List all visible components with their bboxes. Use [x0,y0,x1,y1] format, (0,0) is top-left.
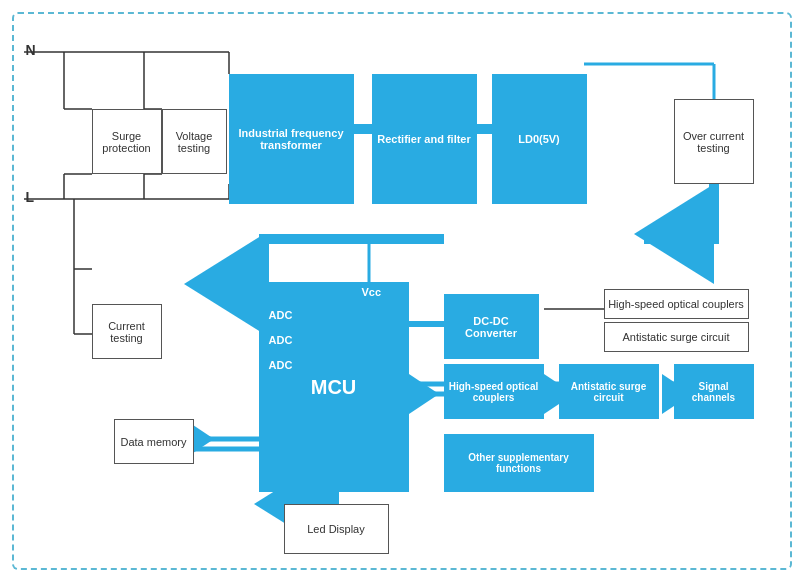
led-display-box: Led Display [284,504,389,554]
adc1-label: ADC [269,309,293,321]
antistatic-mid-box: Antistatic surge circuit [559,364,659,419]
n-label: N [26,42,36,58]
adc3-label: ADC [269,359,293,371]
antistatic-top-box: Antistatic surge circuit [604,322,749,352]
vcc-label: Vcc [359,286,385,298]
diagram-container: N L Surge protection Voltage testing Ind… [12,12,792,570]
ldo-box: LD0(5V) [492,74,587,204]
adc2-label: ADC [269,334,293,346]
hs-couplers-mid-box: High-speed optical couplers [444,364,544,419]
rectifier-filter-box: Rectifier and filter [372,74,477,204]
industrial-transformer-box: Industrial frequency transformer [229,74,354,204]
signal-channels-box: Signal channels [674,364,754,419]
over-current-box: Over current testing [674,99,754,184]
voltage-testing-box: Voltage testing [162,109,227,174]
current-testing-box: Current testing [92,304,162,359]
dc-dc-box: DC-DC Converter [444,294,539,359]
surge-protection-box: Surge protection [92,109,162,174]
hs-couplers-top-box: High-speed optical couplers [604,289,749,319]
other-functions-box: Other supplementary functions [444,434,594,492]
data-memory-box: Data memory [114,419,194,464]
l-label: L [26,189,35,205]
